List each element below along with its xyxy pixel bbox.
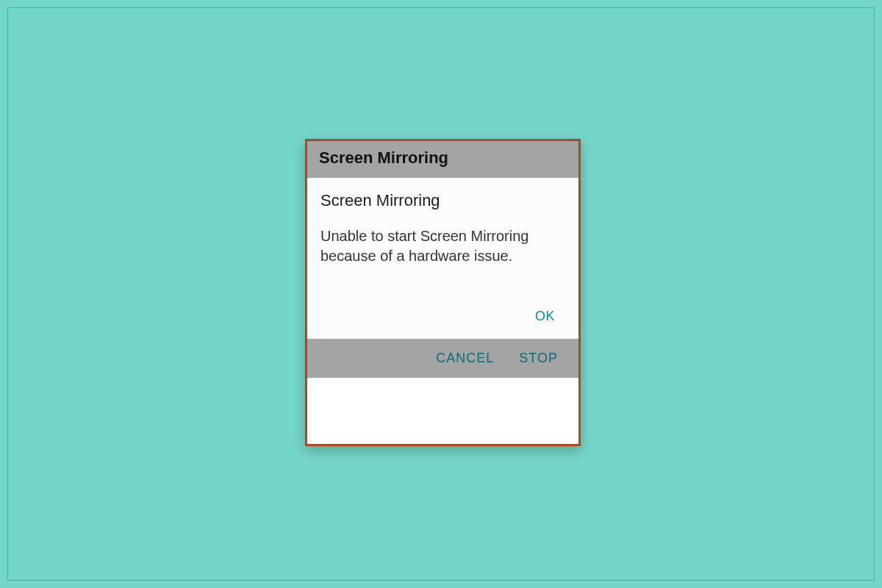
stop-button[interactable]: STOP (519, 351, 558, 366)
alert-title: Screen Mirroring (320, 191, 565, 210)
dialog-footer: CANCEL STOP (307, 339, 578, 378)
cancel-button[interactable]: CANCEL (436, 351, 494, 366)
alert-actions: OK (320, 309, 565, 329)
dialog-header: Screen Mirroring (307, 141, 578, 178)
alert-body: Screen Mirroring Unable to start Screen … (307, 178, 578, 339)
screen-mirroring-dialog: Screen Mirroring Screen Mirroring Unable… (305, 139, 581, 446)
alert-message: Unable to start Screen Mirroring because… (320, 226, 565, 266)
ok-button[interactable]: OK (535, 309, 555, 324)
dialog-header-title: Screen Mirroring (319, 148, 567, 168)
